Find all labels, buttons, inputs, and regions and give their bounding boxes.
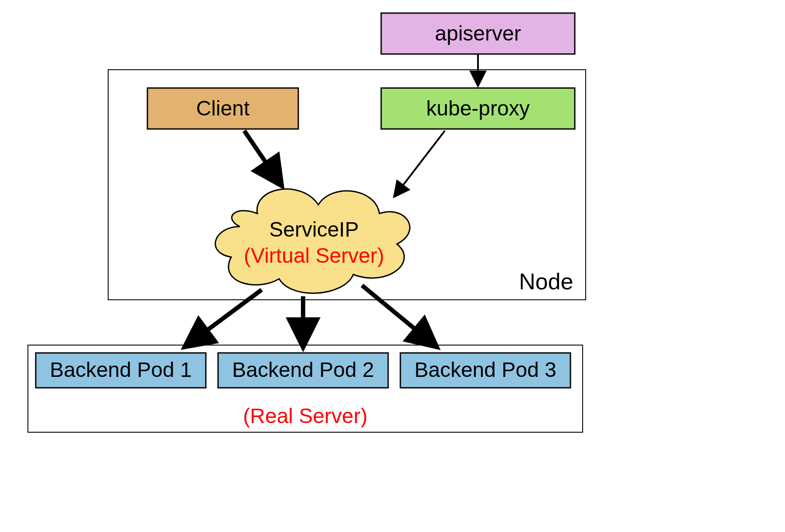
serviceip-line2: (Virtual Server) xyxy=(244,244,384,267)
backend-pod-1-box: Backend Pod 1 xyxy=(36,353,206,388)
backend-pod-1-label: Backend Pod 1 xyxy=(50,358,192,381)
kubeproxy-label: kube-proxy xyxy=(426,97,529,120)
client-box: Client xyxy=(147,88,298,129)
arrow-serviceip-to-pod1 xyxy=(185,290,262,346)
backend-pod-2-box: Backend Pod 2 xyxy=(218,353,388,388)
apiserver-box: apiserver xyxy=(381,13,575,54)
serviceip-cloud: ServiceIP (Virtual Server) xyxy=(215,189,410,293)
backend-pod-3-box: Backend Pod 3 xyxy=(400,353,570,388)
arrow-kubeproxy-to-serviceip xyxy=(395,131,445,196)
backend-pod-2-label: Backend Pod 2 xyxy=(232,358,374,381)
arrow-serviceip-to-pod3 xyxy=(362,285,436,346)
backend-pod-3-label: Backend Pod 3 xyxy=(414,358,556,381)
client-label: Client xyxy=(196,97,250,120)
apiserver-label: apiserver xyxy=(435,22,521,45)
node-label: Node xyxy=(519,269,573,294)
arrow-client-to-serviceip xyxy=(244,131,281,185)
serviceip-line1: ServiceIP xyxy=(269,218,358,241)
realserver-label: (Real Server) xyxy=(243,404,367,427)
kubeproxy-box: kube-proxy xyxy=(381,88,575,129)
